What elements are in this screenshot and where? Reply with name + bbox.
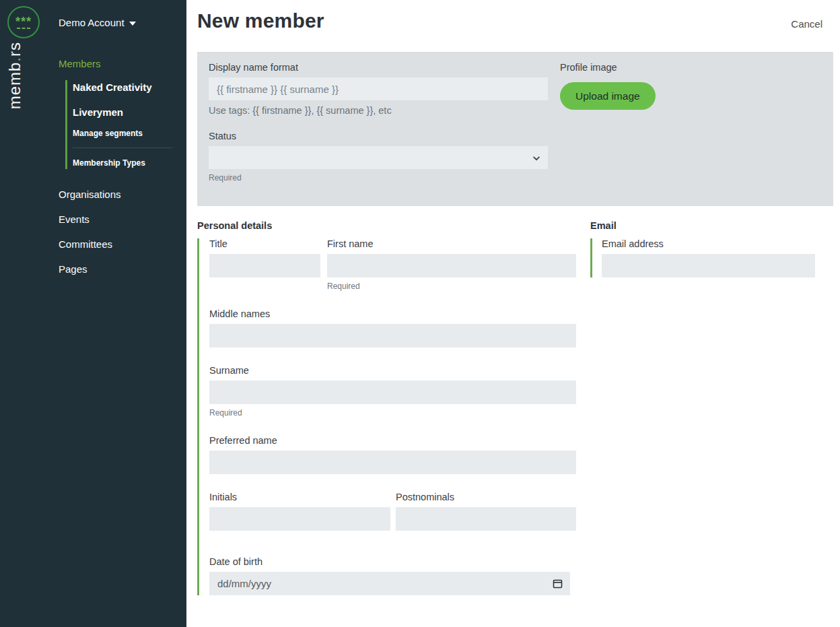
sidebar-item-segment-liverymen[interactable]: Liverymen bbox=[73, 106, 186, 119]
sidebar: *** memb.rs Demo Account Members Naked C… bbox=[0, 0, 186, 627]
surname-field: Surname Required bbox=[209, 365, 576, 418]
email-address-label: Email address bbox=[602, 238, 815, 249]
postnominals-label: Postnominals bbox=[396, 492, 576, 502]
email-section: Email Email address bbox=[590, 220, 817, 595]
account-switcher[interactable]: Demo Account bbox=[59, 17, 186, 28]
member-settings-panel: Display name format Use tags: {{ firstna… bbox=[197, 52, 833, 206]
surname-input[interactable] bbox=[209, 381, 576, 404]
status-select[interactable] bbox=[209, 146, 548, 169]
date-of-birth-input-wrap bbox=[209, 572, 570, 595]
sidebar-item-pages[interactable]: Pages bbox=[59, 263, 186, 275]
main-content: New member Cancel Display name format Us… bbox=[186, 0, 840, 627]
sidebar-item-organisations[interactable]: Organisations bbox=[59, 189, 186, 201]
middle-names-input[interactable] bbox=[209, 324, 576, 348]
preferred-name-input[interactable] bbox=[209, 451, 576, 474]
upload-image-button[interactable]: Upload image bbox=[560, 82, 656, 110]
initials-label: Initials bbox=[209, 492, 390, 502]
date-of-birth-input[interactable] bbox=[209, 572, 570, 595]
status-select-wrap bbox=[209, 146, 548, 169]
svg-text:***: *** bbox=[15, 15, 32, 28]
status-required-note: Required bbox=[209, 173, 548, 183]
sidebar-item-manage-segments[interactable]: Manage segments bbox=[73, 129, 186, 138]
date-of-birth-label: Date of birth bbox=[209, 556, 570, 567]
surname-label: Surname bbox=[209, 365, 576, 376]
first-name-label: First name bbox=[327, 238, 576, 249]
panel-left-column: Display name format Use tags: {{ firstna… bbox=[209, 62, 548, 206]
middle-names-label: Middle names bbox=[209, 308, 576, 319]
page-header: New member Cancel bbox=[186, 0, 840, 32]
first-name-input[interactable] bbox=[327, 254, 576, 277]
title-input[interactable] bbox=[209, 254, 320, 277]
sidebar-item-membership-types[interactable]: Membership Types bbox=[73, 158, 186, 168]
account-switcher-label: Demo Account bbox=[59, 17, 125, 28]
email-address-input[interactable] bbox=[602, 254, 815, 277]
sidebar-item-members[interactable]: Members bbox=[59, 58, 186, 69]
caret-down-icon bbox=[129, 22, 136, 26]
calendar-icon[interactable] bbox=[553, 579, 563, 591]
brand-logo-text: memb.rs bbox=[5, 42, 24, 109]
form-area: Personal details Title First name Requir… bbox=[186, 206, 840, 595]
status-label: Status bbox=[209, 131, 548, 141]
date-of-birth-field: Date of birth bbox=[209, 556, 570, 595]
middle-names-field: Middle names bbox=[209, 308, 576, 348]
sidebar-item-events[interactable]: Events bbox=[59, 213, 186, 226]
email-address-field: Email address bbox=[602, 238, 815, 277]
initials-field: Initials bbox=[209, 492, 390, 531]
sidebar-item-segment-naked-creativity[interactable]: Naked Creativity bbox=[73, 81, 186, 94]
display-name-format-input[interactable] bbox=[209, 77, 548, 100]
title-field: Title bbox=[209, 238, 320, 291]
cancel-button[interactable]: Cancel bbox=[791, 18, 823, 30]
postnominals-field: Postnominals bbox=[396, 492, 576, 531]
preferred-name-field: Preferred name bbox=[209, 435, 576, 474]
initials-input[interactable] bbox=[209, 507, 390, 531]
sidebar-item-committees[interactable]: Committees bbox=[59, 238, 186, 251]
preferred-name-label: Preferred name bbox=[209, 435, 576, 446]
submenu-divider bbox=[73, 147, 172, 148]
sidebar-item-members-label: Members bbox=[59, 58, 101, 69]
email-heading: Email bbox=[590, 220, 817, 231]
first-name-field: First name Required bbox=[327, 238, 576, 291]
profile-image-label: Profile image bbox=[560, 62, 656, 73]
page-title: New member bbox=[197, 9, 324, 32]
three-asterisks-circle-icon: *** bbox=[7, 5, 40, 42]
display-name-format-helper: Use tags: {{ firstname }}, {{ surname }}… bbox=[209, 105, 548, 116]
title-firstname-row: Title First name Required bbox=[209, 238, 576, 308]
first-name-required-note: Required bbox=[327, 282, 576, 291]
display-name-format-label: Display name format bbox=[209, 62, 548, 73]
initials-postnominals-row: Initials Postnominals bbox=[209, 492, 576, 548]
postnominals-input[interactable] bbox=[396, 507, 576, 531]
surname-required-note: Required bbox=[209, 408, 576, 418]
personal-details-section: Personal details Title First name Requir… bbox=[197, 220, 576, 595]
personal-details-body: Title First name Required Middle names S… bbox=[197, 238, 576, 595]
sidebar-nav: Demo Account Members Naked Creativity Li… bbox=[59, 0, 186, 275]
title-label: Title bbox=[209, 238, 320, 249]
panel-right-column: Profile image Upload image bbox=[560, 62, 656, 206]
email-section-body: Email address bbox=[590, 238, 817, 277]
members-submenu: Naked Creativity Liverymen Manage segmen… bbox=[65, 80, 186, 169]
personal-details-heading: Personal details bbox=[197, 220, 576, 231]
